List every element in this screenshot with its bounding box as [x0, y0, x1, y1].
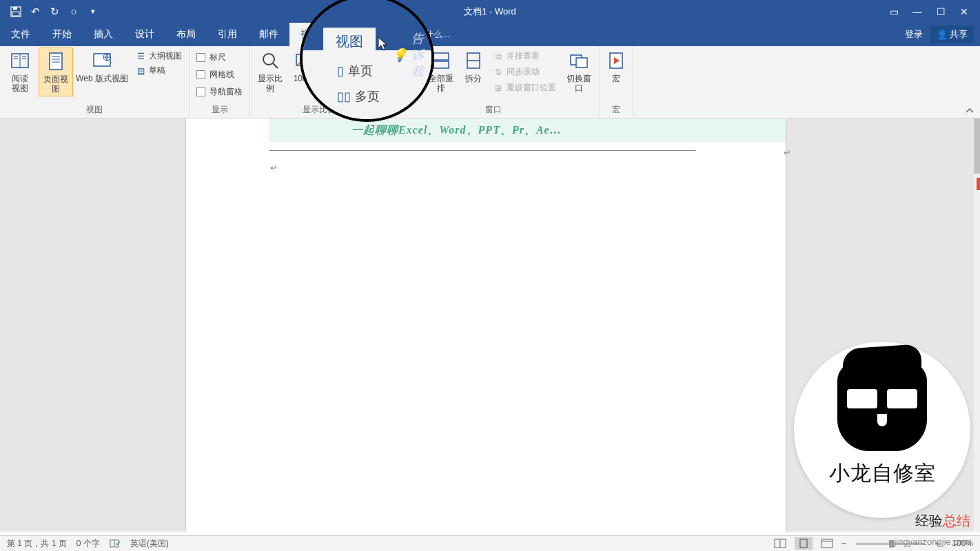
lightbulb-icon: 💡 — [345, 28, 358, 41]
multi-page-button[interactable]: ▯▯ 多页 — [325, 73, 355, 85]
tab-mailings[interactable]: 邮件 — [248, 23, 289, 46]
svg-rect-9 — [50, 53, 62, 70]
draft-icon: ▤ — [135, 65, 146, 76]
avatar-icon — [837, 362, 927, 451]
page-icon — [44, 50, 68, 73]
new-window-label: 新建窗口 — [392, 74, 421, 92]
tab-file[interactable]: 文件 — [0, 23, 41, 46]
gridlines-label: 网格线 — [210, 69, 234, 81]
new-window-icon — [395, 49, 418, 72]
switch-icon — [567, 49, 591, 72]
print-layout-label: 页面视图 — [41, 74, 71, 94]
macros-label: 宏 — [612, 74, 620, 83]
header-rule — [269, 150, 696, 151]
page[interactable]: 一起聊聊Excel、Word、PPT、Pr、Ae… ↵ ↵ — [186, 118, 786, 532]
print-layout-view-button[interactable] — [795, 537, 813, 550]
redo-icon[interactable]: ↻ — [45, 3, 63, 21]
window-title: 文档1 - Word — [464, 6, 516, 18]
outline-icon: ☰ — [135, 51, 146, 62]
magnifier-icon — [258, 49, 282, 72]
tell-me-search[interactable]: 💡 告诉我您想要做什么... — [331, 23, 450, 46]
split-button[interactable]: 拆分 — [460, 48, 487, 85]
group-macros-label: 宏 — [602, 103, 630, 118]
svg-rect-27 — [576, 58, 587, 67]
group-zoom: 显示比例 100% ▯ 单页 ▯▯ 多页 显示比例 — [250, 46, 388, 118]
outline-label: 大纲视图 — [149, 50, 182, 62]
watermark-sub-b: 总结 — [943, 512, 970, 530]
switch-windows-button[interactable]: 切换窗口 — [562, 48, 596, 95]
zoom-out-button[interactable]: − — [841, 539, 847, 549]
share-button[interactable]: 👤 共享 — [930, 25, 974, 43]
hundred-label: 100% — [294, 74, 315, 83]
title-bar: ↶ ↻ ○ ▾ 文档1 - Word ▭ — ☐ ✕ — [0, 0, 980, 23]
print-layout-button[interactable]: 页面视图 — [39, 48, 73, 96]
login-link[interactable]: 登录 — [905, 28, 923, 41]
arrange-label: 全部重排 — [425, 74, 457, 94]
svg-line-19 — [296, 54, 312, 65]
status-bar: 第 1 页，共 1 页 0 个字 英语(美国) − + 100% — [0, 535, 980, 551]
collapse-ribbon-button[interactable] — [965, 107, 974, 115]
web-layout-button[interactable]: Web 版式视图 — [74, 48, 130, 85]
reset-window-button[interactable]: ⊞ 重设窗口位置 — [493, 82, 556, 94]
paragraph-mark-icon: ↵ — [784, 147, 791, 158]
side-by-side-button[interactable]: ⧉ 并排查看 — [493, 50, 556, 62]
tab-view[interactable]: 视图 — [289, 23, 331, 46]
macros-button[interactable]: 宏 — [602, 48, 630, 85]
zoom-button[interactable]: 显示比例 — [253, 48, 287, 95]
checkbox-icon — [196, 70, 205, 79]
sync-scroll-button[interactable]: ⇅ 同步滚动 — [493, 66, 556, 78]
status-words[interactable]: 0 个字 — [76, 538, 100, 550]
quick-access-toolbar: ↶ ↻ ○ ▾ — [0, 0, 102, 23]
undo-icon[interactable]: ↶ — [26, 3, 44, 21]
window-controls: ▭ — ☐ ✕ — [884, 3, 980, 21]
tab-home[interactable]: 开始 — [41, 23, 83, 46]
status-language[interactable]: 英语(美国) — [130, 538, 169, 550]
multi-page-label: 多页 — [338, 73, 355, 85]
book-icon — [8, 49, 32, 72]
status-proofing[interactable] — [110, 539, 121, 548]
svg-rect-21 — [402, 53, 414, 64]
status-page[interactable]: 第 1 页，共 1 页 — [7, 538, 67, 550]
nav-pane-checkbox[interactable]: 导航窗格 — [196, 86, 243, 98]
switch-label: 切换窗口 — [563, 74, 595, 94]
minimize-button[interactable]: — — [907, 3, 928, 21]
tell-me-placeholder: 告诉我您想要做什么... — [362, 28, 450, 41]
outline-view-button[interactable]: ☰ 大纲视图 — [135, 50, 182, 62]
read-mode-view-button[interactable] — [771, 537, 789, 550]
one-page-button[interactable]: ▯ 单页 — [325, 54, 355, 66]
paragraph-mark-icon: ↵ — [270, 163, 278, 173]
maximize-button[interactable]: ☐ — [930, 3, 951, 21]
watermark-subtitle: 经验 总结 — [915, 512, 970, 530]
tab-layout[interactable]: 布局 — [165, 23, 207, 46]
new-window-button[interactable]: 新建窗口 — [391, 48, 422, 93]
tabbar-right: 登录 👤 共享 — [905, 23, 980, 46]
svg-rect-35 — [821, 539, 833, 548]
group-show: 标尺 网格线 导航窗格 显示 — [190, 46, 250, 118]
scrollbar-thumb[interactable] — [974, 118, 980, 174]
tab-design[interactable]: 设计 — [124, 23, 165, 46]
close-button[interactable]: ✕ — [954, 3, 974, 21]
arrange-icon — [429, 49, 453, 72]
save-icon[interactable] — [7, 3, 25, 21]
side-by-side-label: 并排查看 — [507, 50, 540, 62]
svg-point-16 — [263, 54, 274, 65]
group-views: 阅读 视图 页面视图 Web 版式视图 ☰ 大纲视图 — [0, 46, 190, 118]
tab-references[interactable]: 引用 — [207, 23, 248, 46]
svg-rect-22 — [433, 53, 449, 60]
read-mode-button[interactable]: 阅读 视图 — [3, 48, 37, 95]
zoom-100-button[interactable]: 100% — [289, 48, 319, 85]
person-icon: 👤 — [937, 30, 948, 40]
gridlines-checkbox[interactable]: 网格线 — [196, 69, 243, 81]
book-check-icon — [110, 539, 121, 548]
tab-insert[interactable]: 插入 — [83, 23, 124, 46]
ribbon-options-icon[interactable]: ▭ — [884, 3, 904, 21]
svg-rect-1 — [13, 7, 17, 10]
ruler-checkbox[interactable]: 标尺 — [196, 52, 243, 63]
web-layout-view-button[interactable] — [818, 537, 836, 550]
arrange-all-button[interactable]: 全部重排 — [424, 48, 458, 95]
draft-view-button[interactable]: ▤ 草稿 — [135, 65, 182, 76]
svg-rect-2 — [12, 12, 19, 16]
nav-label: 导航窗格 — [210, 86, 243, 98]
touch-mode-icon[interactable]: ○ — [65, 3, 83, 21]
qat-customize-icon[interactable]: ▾ — [84, 3, 102, 21]
